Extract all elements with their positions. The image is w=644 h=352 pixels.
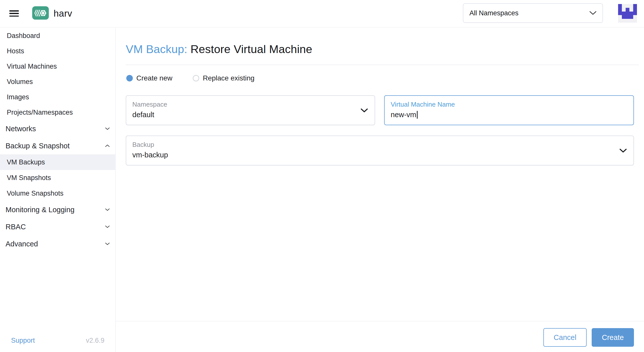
radio-unselected-icon	[193, 75, 199, 81]
sidebar-item-volumes[interactable]: Volumes	[0, 74, 115, 90]
chevron-down-icon	[619, 148, 627, 153]
harvester-logo-icon[interactable]	[32, 6, 49, 20]
sidebar: Dashboard Hosts Virtual Machines Volumes…	[0, 28, 116, 352]
vm-name-value: new-vm	[391, 111, 416, 119]
sidebar-nav: Dashboard Hosts Virtual Machines Volumes…	[0, 28, 115, 252]
chevron-down-icon	[105, 208, 110, 211]
cancel-button[interactable]: Cancel	[543, 328, 587, 347]
chevron-down-icon	[105, 127, 110, 130]
vm-name-input[interactable]: Virtual Machine Name new-vm	[384, 95, 634, 125]
sidebar-item-volume-snapshots[interactable]: Volume Snapshots	[0, 186, 115, 201]
sidebar-group-networks[interactable]: Networks	[0, 120, 115, 137]
chevron-down-icon	[589, 11, 596, 15]
sidebar-group-advanced[interactable]: Advanced	[0, 235, 115, 252]
sidebar-item-projects-namespaces[interactable]: Projects/Namespaces	[0, 105, 115, 120]
text-cursor	[417, 111, 418, 119]
sidebar-item-vm-backups[interactable]: VM Backups	[0, 154, 115, 170]
action-footer: Cancel Create	[116, 321, 644, 352]
radio-create-new[interactable]: Create new	[126, 74, 172, 82]
chevron-up-icon	[105, 145, 110, 147]
radio-selected-icon	[126, 75, 133, 81]
brand-name: harv	[54, 8, 72, 19]
create-button[interactable]: Create	[592, 328, 634, 347]
backup-dropdown[interactable]: Backup vm-backup	[126, 136, 634, 165]
namespace-filter-value: All Namespaces	[469, 9, 518, 17]
main-content: VM Backup: Restore Virtual Machine Creat…	[116, 28, 644, 352]
sidebar-item-images[interactable]: Images	[0, 90, 115, 105]
user-avatar[interactable]	[618, 4, 637, 23]
page-title-main: Restore Virtual Machine	[190, 43, 312, 56]
sidebar-group-rbac[interactable]: RBAC	[0, 218, 115, 235]
sidebar-group-backup-snapshot[interactable]: Backup & Snapshot	[0, 137, 115, 154]
restore-mode-radio-group: Create new Replace existing	[126, 74, 255, 82]
chevron-down-icon	[360, 108, 368, 112]
app-window: harv All Namespaces Dashboard Hosts V	[0, 0, 644, 352]
support-link[interactable]: Support	[11, 337, 35, 344]
top-header: harv All Namespaces	[0, 0, 644, 27]
page-title: VM Backup: Restore Virtual Machine	[126, 43, 312, 56]
title-divider	[126, 65, 639, 65]
sidebar-item-hosts[interactable]: Hosts	[0, 43, 115, 59]
sidebar-item-dashboard[interactable]: Dashboard	[0, 28, 115, 43]
namespace-filter-select[interactable]: All Namespaces	[463, 3, 603, 23]
hamburger-menu-icon[interactable]	[9, 10, 19, 17]
sidebar-item-virtual-machines[interactable]: Virtual Machines	[0, 59, 115, 74]
version-text: v2.6.9	[86, 337, 104, 344]
page-title-prefix: VM Backup:	[126, 43, 187, 56]
sidebar-footer: Support v2.6.9	[11, 337, 104, 344]
namespace-dropdown[interactable]: Namespace default	[126, 95, 375, 125]
chevron-down-icon	[105, 226, 110, 228]
sidebar-item-vm-snapshots[interactable]: VM Snapshots	[0, 170, 115, 186]
radio-replace-existing[interactable]: Replace existing	[193, 74, 254, 82]
sidebar-group-monitoring-logging[interactable]: Monitoring & Logging	[0, 201, 115, 218]
chevron-down-icon	[105, 243, 110, 245]
